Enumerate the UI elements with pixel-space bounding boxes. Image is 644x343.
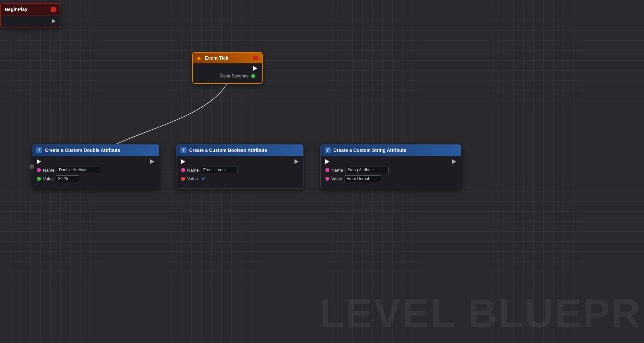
- string-body: Name Value: [321, 156, 461, 189]
- beginplay-header: BeginPlay: [0, 3, 60, 15]
- double-name-row: Name: [37, 167, 154, 173]
- eventtick-delta-pin[interactable]: [251, 74, 255, 78]
- beginplay-close[interactable]: [51, 7, 56, 12]
- string-name-row: Name: [325, 167, 456, 173]
- double-func-icon: f: [36, 147, 42, 153]
- boolean-value-pin[interactable]: [181, 177, 185, 181]
- string-exec-out[interactable]: [452, 159, 456, 164]
- double-name-pin[interactable]: [37, 168, 41, 172]
- eventtick-delta-row: Delta Seconds: [198, 73, 257, 78]
- beginplay-node: BeginPlay: [0, 3, 60, 27]
- double-header: f Create a Custom Double Attribute: [32, 145, 159, 156]
- eventtick-delta-label: Delta Seconds: [220, 73, 249, 78]
- double-title: Create a Custom Double Attribute: [45, 148, 120, 153]
- boolean-attribute-node: f Create a Custom Boolean Attribute Name…: [176, 144, 304, 189]
- double-value-row: Value: [37, 175, 154, 182]
- string-name-pin[interactable]: [325, 168, 329, 172]
- string-exec-row: [325, 159, 456, 164]
- eventtick-body: Delta Seconds: [193, 63, 262, 83]
- double-exec-out[interactable]: [150, 159, 154, 164]
- string-value-label: Value: [331, 176, 342, 181]
- beginplay-exec-pin[interactable]: [52, 19, 56, 23]
- string-name-input[interactable]: [345, 167, 389, 173]
- eventtick-exec-row: [198, 66, 257, 71]
- boolean-exec-out[interactable]: [294, 159, 299, 164]
- string-exec-in[interactable]: [325, 159, 329, 164]
- boolean-name-row: Name: [181, 167, 299, 173]
- watermark-text: LEVEL BLUEPRI: [320, 290, 644, 336]
- boolean-func-icon: f: [180, 147, 186, 153]
- boolean-checkmark: ✔: [201, 175, 206, 182]
- eventtick-node: Event Tick Delta Seconds: [192, 52, 263, 84]
- boolean-body: Name Value ✔: [176, 156, 303, 188]
- eventtick-exec-out[interactable]: [253, 66, 257, 71]
- double-value-label: Value: [43, 176, 54, 181]
- double-name-input[interactable]: [57, 167, 100, 173]
- double-body: Name Value: [32, 156, 159, 189]
- double-attribute-node: f Create a Custom Double Attribute Name …: [32, 144, 159, 189]
- string-attribute-node: f Create a Custom String Attribute Name …: [320, 144, 461, 189]
- beginplay-body: [0, 15, 60, 27]
- eventtick-title: Event Tick: [205, 55, 251, 61]
- boolean-title: Create a Custom Boolean Attribute: [189, 148, 267, 153]
- beginplay-title: BeginPlay: [5, 7, 28, 12]
- boolean-value-row: Value ✔: [181, 175, 299, 182]
- double-exec-row: [37, 159, 154, 164]
- string-title: Create a Custom String Attribute: [333, 148, 406, 153]
- double-value-input[interactable]: [56, 175, 79, 182]
- double-value-pin[interactable]: [37, 177, 41, 181]
- string-value-pin[interactable]: [325, 177, 329, 181]
- eventtick-close[interactable]: [253, 56, 258, 60]
- boolean-name-label: Name: [187, 168, 199, 173]
- boolean-value-label: Value: [187, 176, 198, 181]
- boolean-exec-in[interactable]: [181, 159, 185, 164]
- boolean-name-input[interactable]: [201, 167, 238, 173]
- boolean-name-pin[interactable]: [181, 168, 185, 172]
- string-header: f Create a Custom String Attribute: [321, 145, 461, 156]
- double-exec-in[interactable]: [37, 159, 41, 164]
- double-left-connector[interactable]: [30, 164, 34, 169]
- boolean-header: f Create a Custom Boolean Attribute: [176, 145, 303, 156]
- string-name-label: Name: [331, 168, 343, 173]
- eventtick-icon: [197, 55, 202, 61]
- boolean-exec-row: [181, 159, 299, 164]
- string-value-input[interactable]: [344, 175, 381, 182]
- string-value-row: Value: [325, 175, 456, 182]
- double-name-label: Name: [43, 168, 55, 173]
- string-func-icon: f: [325, 147, 331, 153]
- eventtick-header: Event Tick: [193, 53, 262, 63]
